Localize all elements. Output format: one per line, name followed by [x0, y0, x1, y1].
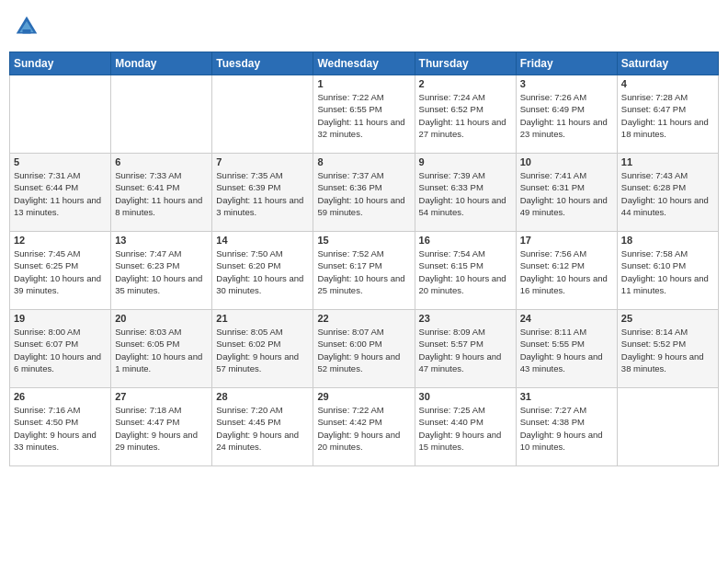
- day-number: 7: [216, 156, 309, 167]
- header: [9, 9, 719, 44]
- day-number: 21: [216, 313, 309, 324]
- day-number: 6: [115, 156, 208, 167]
- calendar-cell: 18Sunrise: 7:58 AM Sunset: 6:10 PM Dayli…: [617, 232, 718, 310]
- calendar-cell: 7Sunrise: 7:35 AM Sunset: 6:39 PM Daylig…: [212, 154, 313, 232]
- day-info: Sunrise: 7:16 AM Sunset: 4:50 PM Dayligh…: [14, 404, 107, 453]
- calendar-cell: 8Sunrise: 7:37 AM Sunset: 6:36 PM Daylig…: [313, 154, 415, 232]
- day-number: 24: [520, 313, 613, 324]
- day-number: 26: [14, 391, 107, 402]
- day-info: Sunrise: 7:50 AM Sunset: 6:20 PM Dayligh…: [216, 247, 309, 296]
- calendar-cell: [212, 75, 313, 154]
- calendar-header-row: SundayMondayTuesdayWednesdayThursdayFrid…: [10, 52, 719, 75]
- day-info: Sunrise: 7:28 AM Sunset: 6:47 PM Dayligh…: [621, 91, 714, 140]
- calendar-cell: [10, 75, 111, 154]
- day-info: Sunrise: 8:05 AM Sunset: 6:02 PM Dayligh…: [216, 326, 309, 374]
- day-info: Sunrise: 7:45 AM Sunset: 6:25 PM Dayligh…: [14, 247, 107, 296]
- day-number: 2: [419, 78, 512, 89]
- day-number: 28: [216, 391, 309, 402]
- day-info: Sunrise: 7:39 AM Sunset: 6:33 PM Dayligh…: [419, 169, 512, 218]
- day-header-wednesday: Wednesday: [313, 52, 415, 75]
- day-info: Sunrise: 7:47 AM Sunset: 6:23 PM Dayligh…: [115, 247, 208, 296]
- day-info: Sunrise: 7:22 AM Sunset: 6:55 PM Dayligh…: [317, 91, 410, 140]
- day-info: Sunrise: 7:31 AM Sunset: 6:44 PM Dayligh…: [14, 169, 107, 218]
- day-info: Sunrise: 8:03 AM Sunset: 6:05 PM Dayligh…: [115, 326, 208, 374]
- calendar-cell: 23Sunrise: 8:09 AM Sunset: 5:57 PM Dayli…: [415, 310, 516, 388]
- day-number: 15: [317, 235, 410, 246]
- day-info: Sunrise: 8:14 AM Sunset: 5:52 PM Dayligh…: [621, 326, 714, 374]
- day-header-saturday: Saturday: [617, 52, 718, 75]
- calendar-cell: 4Sunrise: 7:28 AM Sunset: 6:47 PM Daylig…: [617, 75, 718, 154]
- day-info: Sunrise: 7:56 AM Sunset: 6:12 PM Dayligh…: [520, 247, 613, 296]
- day-number: 13: [115, 235, 208, 246]
- calendar-week-4: 26Sunrise: 7:16 AM Sunset: 4:50 PM Dayli…: [10, 388, 719, 466]
- day-number: 4: [621, 78, 714, 89]
- day-info: Sunrise: 7:35 AM Sunset: 6:39 PM Dayligh…: [216, 169, 309, 218]
- calendar-week-1: 5Sunrise: 7:31 AM Sunset: 6:44 PM Daylig…: [10, 154, 719, 232]
- calendar-cell: 24Sunrise: 8:11 AM Sunset: 5:55 PM Dayli…: [516, 310, 617, 388]
- day-info: Sunrise: 8:11 AM Sunset: 5:55 PM Dayligh…: [520, 326, 613, 374]
- calendar: SundayMondayTuesdayWednesdayThursdayFrid…: [9, 52, 719, 466]
- day-number: 27: [115, 391, 208, 402]
- day-header-tuesday: Tuesday: [212, 52, 313, 75]
- calendar-week-0: 1Sunrise: 7:22 AM Sunset: 6:55 PM Daylig…: [10, 75, 719, 154]
- calendar-cell: 11Sunrise: 7:43 AM Sunset: 6:28 PM Dayli…: [617, 154, 718, 232]
- day-header-monday: Monday: [111, 52, 212, 75]
- calendar-cell: 9Sunrise: 7:39 AM Sunset: 6:33 PM Daylig…: [415, 154, 516, 232]
- day-info: Sunrise: 7:22 AM Sunset: 4:42 PM Dayligh…: [317, 404, 410, 453]
- page: SundayMondayTuesdayWednesdayThursdayFrid…: [0, 0, 728, 563]
- calendar-week-3: 19Sunrise: 8:00 AM Sunset: 6:07 PM Dayli…: [10, 310, 719, 388]
- day-info: Sunrise: 7:20 AM Sunset: 4:45 PM Dayligh…: [216, 404, 309, 453]
- day-number: 23: [419, 313, 512, 324]
- day-number: 8: [317, 156, 410, 167]
- calendar-cell: 5Sunrise: 7:31 AM Sunset: 6:44 PM Daylig…: [10, 154, 111, 232]
- day-number: 5: [14, 156, 107, 167]
- calendar-cell: 10Sunrise: 7:41 AM Sunset: 6:31 PM Dayli…: [516, 154, 617, 232]
- calendar-cell: 28Sunrise: 7:20 AM Sunset: 4:45 PM Dayli…: [212, 388, 313, 466]
- calendar-cell: 22Sunrise: 8:07 AM Sunset: 6:00 PM Dayli…: [313, 310, 415, 388]
- calendar-cell: 20Sunrise: 8:03 AM Sunset: 6:05 PM Dayli…: [111, 310, 212, 388]
- day-number: 14: [216, 235, 309, 246]
- calendar-cell: 31Sunrise: 7:27 AM Sunset: 4:38 PM Dayli…: [516, 388, 617, 466]
- day-header-sunday: Sunday: [10, 52, 111, 75]
- calendar-cell: 1Sunrise: 7:22 AM Sunset: 6:55 PM Daylig…: [313, 75, 415, 154]
- calendar-cell: 6Sunrise: 7:33 AM Sunset: 6:41 PM Daylig…: [111, 154, 212, 232]
- calendar-cell: 12Sunrise: 7:45 AM Sunset: 6:25 PM Dayli…: [10, 232, 111, 310]
- day-info: Sunrise: 7:18 AM Sunset: 4:47 PM Dayligh…: [115, 404, 208, 453]
- day-info: Sunrise: 7:58 AM Sunset: 6:10 PM Dayligh…: [621, 247, 714, 296]
- day-info: Sunrise: 7:25 AM Sunset: 4:40 PM Dayligh…: [419, 404, 512, 453]
- calendar-cell: 25Sunrise: 8:14 AM Sunset: 5:52 PM Dayli…: [617, 310, 718, 388]
- day-info: Sunrise: 7:37 AM Sunset: 6:36 PM Dayligh…: [317, 169, 410, 218]
- logo: [13, 13, 42, 40]
- calendar-cell: 15Sunrise: 7:52 AM Sunset: 6:17 PM Dayli…: [313, 232, 415, 310]
- day-number: 1: [317, 78, 410, 89]
- calendar-cell: 27Sunrise: 7:18 AM Sunset: 4:47 PM Dayli…: [111, 388, 212, 466]
- day-number: 12: [14, 235, 107, 246]
- day-info: Sunrise: 7:33 AM Sunset: 6:41 PM Dayligh…: [115, 169, 208, 218]
- day-number: 9: [419, 156, 512, 167]
- day-number: 11: [621, 156, 714, 167]
- day-number: 17: [520, 235, 613, 246]
- day-info: Sunrise: 7:54 AM Sunset: 6:15 PM Dayligh…: [419, 247, 512, 296]
- day-number: 19: [14, 313, 107, 324]
- calendar-cell: 30Sunrise: 7:25 AM Sunset: 4:40 PM Dayli…: [415, 388, 516, 466]
- day-number: 3: [520, 78, 613, 89]
- day-header-thursday: Thursday: [415, 52, 516, 75]
- calendar-cell: 21Sunrise: 8:05 AM Sunset: 6:02 PM Dayli…: [212, 310, 313, 388]
- day-header-friday: Friday: [516, 52, 617, 75]
- day-info: Sunrise: 8:00 AM Sunset: 6:07 PM Dayligh…: [14, 326, 107, 374]
- day-info: Sunrise: 7:26 AM Sunset: 6:49 PM Dayligh…: [520, 91, 613, 140]
- day-number: 20: [115, 313, 208, 324]
- calendar-cell: 14Sunrise: 7:50 AM Sunset: 6:20 PM Dayli…: [212, 232, 313, 310]
- day-info: Sunrise: 7:43 AM Sunset: 6:28 PM Dayligh…: [621, 169, 714, 218]
- calendar-cell: 26Sunrise: 7:16 AM Sunset: 4:50 PM Dayli…: [10, 388, 111, 466]
- calendar-cell: 13Sunrise: 7:47 AM Sunset: 6:23 PM Dayli…: [111, 232, 212, 310]
- day-info: Sunrise: 7:52 AM Sunset: 6:17 PM Dayligh…: [317, 247, 410, 296]
- calendar-cell: 2Sunrise: 7:24 AM Sunset: 6:52 PM Daylig…: [415, 75, 516, 154]
- calendar-cell: 3Sunrise: 7:26 AM Sunset: 6:49 PM Daylig…: [516, 75, 617, 154]
- day-number: 22: [317, 313, 410, 324]
- day-number: 18: [621, 235, 714, 246]
- day-info: Sunrise: 7:41 AM Sunset: 6:31 PM Dayligh…: [520, 169, 613, 218]
- logo-icon: [13, 13, 40, 40]
- day-number: 29: [317, 391, 410, 402]
- svg-rect-2: [23, 29, 31, 34]
